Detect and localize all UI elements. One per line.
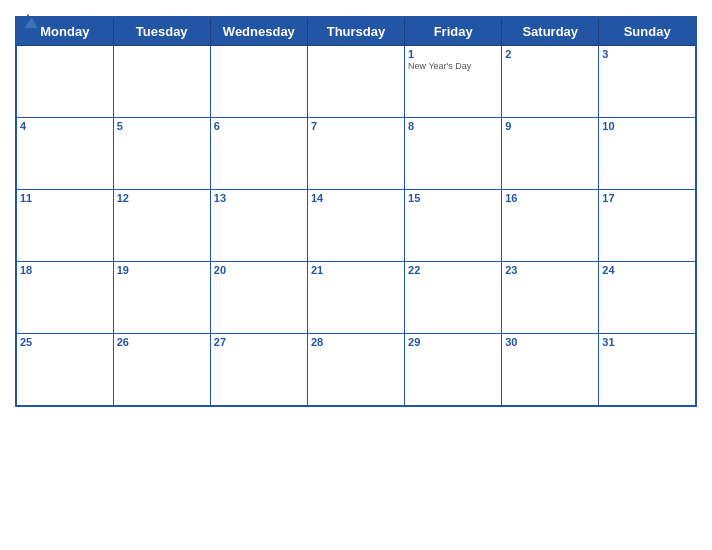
calendar-week-row: 25262728293031	[16, 334, 696, 406]
calendar-cell: 26	[113, 334, 210, 406]
calendar-cell: 12	[113, 190, 210, 262]
header-tuesday: Tuesday	[113, 17, 210, 46]
day-number: 5	[117, 120, 207, 132]
calendar-cell: 1New Year's Day	[405, 46, 502, 118]
calendar-cell	[16, 46, 113, 118]
day-number: 17	[602, 192, 692, 204]
day-number: 6	[214, 120, 304, 132]
day-number: 23	[505, 264, 595, 276]
day-number: 1	[408, 48, 498, 60]
day-number: 7	[311, 120, 401, 132]
day-number: 3	[602, 48, 692, 60]
calendar-week-row: 18192021222324	[16, 262, 696, 334]
day-number: 10	[602, 120, 692, 132]
day-number: 26	[117, 336, 207, 348]
day-number: 9	[505, 120, 595, 132]
calendar-cell: 31	[599, 334, 696, 406]
calendar-cell: 23	[502, 262, 599, 334]
header-wednesday: Wednesday	[210, 17, 307, 46]
day-number: 25	[20, 336, 110, 348]
calendar-cell: 5	[113, 118, 210, 190]
calendar-cell: 6	[210, 118, 307, 190]
calendar-cell: 2	[502, 46, 599, 118]
day-number: 4	[20, 120, 110, 132]
calendar-week-row: 1New Year's Day23	[16, 46, 696, 118]
calendar-cell: 30	[502, 334, 599, 406]
calendar-cell: 11	[16, 190, 113, 262]
calendar-cell: 21	[307, 262, 404, 334]
logo-icon	[17, 10, 39, 32]
calendar-cell: 17	[599, 190, 696, 262]
calendar-cell: 20	[210, 262, 307, 334]
calendar-cell: 10	[599, 118, 696, 190]
calendar-week-row: 11121314151617	[16, 190, 696, 262]
calendar-cell: 24	[599, 262, 696, 334]
day-number: 30	[505, 336, 595, 348]
header-thursday: Thursday	[307, 17, 404, 46]
calendar-cell: 4	[16, 118, 113, 190]
calendar-cell	[307, 46, 404, 118]
day-number: 15	[408, 192, 498, 204]
day-number: 19	[117, 264, 207, 276]
day-number: 11	[20, 192, 110, 204]
header-friday: Friday	[405, 17, 502, 46]
calendar-cell: 3	[599, 46, 696, 118]
day-number: 22	[408, 264, 498, 276]
day-number: 8	[408, 120, 498, 132]
day-number: 31	[602, 336, 692, 348]
logo-area	[15, 10, 39, 32]
calendar-cell: 19	[113, 262, 210, 334]
calendar-cell: 16	[502, 190, 599, 262]
calendar-cell: 7	[307, 118, 404, 190]
calendar-wrapper: Monday Tuesday Wednesday Thursday Friday…	[0, 0, 712, 550]
calendar-cell: 27	[210, 334, 307, 406]
calendar-cell: 25	[16, 334, 113, 406]
calendar-week-row: 45678910	[16, 118, 696, 190]
day-number: 29	[408, 336, 498, 348]
weekday-header-row: Monday Tuesday Wednesday Thursday Friday…	[16, 17, 696, 46]
day-number: 27	[214, 336, 304, 348]
calendar-cell: 29	[405, 334, 502, 406]
calendar-cell: 13	[210, 190, 307, 262]
calendar-cell	[113, 46, 210, 118]
calendar-cell: 28	[307, 334, 404, 406]
calendar-cell: 15	[405, 190, 502, 262]
header-sunday: Sunday	[599, 17, 696, 46]
holiday-label: New Year's Day	[408, 61, 498, 72]
day-number: 21	[311, 264, 401, 276]
day-number: 12	[117, 192, 207, 204]
calendar-cell: 8	[405, 118, 502, 190]
day-number: 13	[214, 192, 304, 204]
day-number: 14	[311, 192, 401, 204]
day-number: 20	[214, 264, 304, 276]
calendar-cell: 22	[405, 262, 502, 334]
calendar-cell: 18	[16, 262, 113, 334]
calendar-cell: 9	[502, 118, 599, 190]
day-number: 2	[505, 48, 595, 60]
calendar-cell: 14	[307, 190, 404, 262]
day-number: 16	[505, 192, 595, 204]
day-number: 24	[602, 264, 692, 276]
calendar-table: Monday Tuesday Wednesday Thursday Friday…	[15, 16, 697, 407]
header-saturday: Saturday	[502, 17, 599, 46]
calendar-cell	[210, 46, 307, 118]
day-number: 18	[20, 264, 110, 276]
day-number: 28	[311, 336, 401, 348]
